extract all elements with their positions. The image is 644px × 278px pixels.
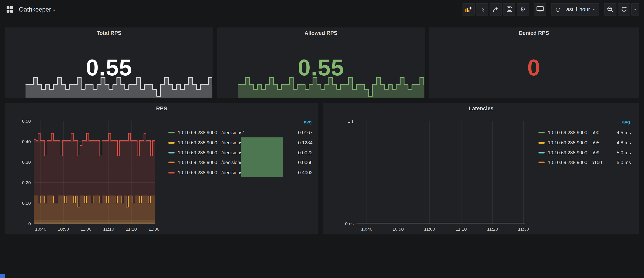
series-avg-value: 4.5 ms — [602, 130, 631, 135]
series-color-swatch[interactable] — [538, 152, 545, 153]
add-panel-icon — [465, 6, 472, 12]
dashboard-title-dropdown[interactable]: Oathkeeper ▾ — [19, 6, 55, 13]
panel-rps: RPS 0.500.400.300.200.10010:4010:5011:00… — [4, 103, 319, 235]
series-color-swatch[interactable] — [168, 172, 175, 173]
series-color-swatch[interactable] — [168, 152, 175, 153]
panel-title[interactable]: Total RPS — [5, 27, 213, 37]
refresh-interval-dropdown[interactable]: ▾ — [631, 3, 639, 15]
panel-allowed-rps: Allowed RPS 0.55 — [217, 27, 425, 98]
series-color-swatch[interactable] — [538, 132, 545, 133]
latencies-chart: 1 s0 ns10:4010:5011:0011:1011:2011:30 — [326, 118, 532, 231]
series-color-swatch[interactable] — [168, 162, 175, 163]
panel-tools-group: ☆ ⚙ — [462, 3, 529, 15]
x-tick-label: 11:10 — [456, 227, 467, 231]
y-tick-label: 0.20 — [22, 180, 31, 185]
star-dashboard-button[interactable]: ☆ — [476, 3, 488, 15]
refresh-icon — [621, 6, 627, 12]
panel-latencies: Latencies 1 s0 ns10:4010:5011:0011:1011:… — [323, 103, 640, 235]
series-label: 10.10.69.238:9000 - p100 — [548, 160, 602, 165]
x-tick-label: 10:40 — [361, 227, 372, 231]
save-dashboard-button[interactable] — [503, 3, 516, 15]
panel-title[interactable]: Denied RPS — [429, 27, 639, 37]
x-tick-label: 10:50 — [58, 227, 69, 231]
legend-item[interactable]: 10.10.69.238:9000 - /decisions/0.0066 — [168, 158, 313, 168]
panel-title[interactable]: Allowed RPS — [217, 27, 425, 37]
grafana-dashboard: Oathkeeper ▾ ☆ — [0, 0, 644, 278]
panel-total-rps: Total RPS 0.55 — [4, 27, 214, 98]
series-avg-value: 0.0066 — [284, 160, 312, 165]
navbar-right: ☆ ⚙ — [458, 3, 639, 15]
star-icon: ☆ — [480, 6, 485, 12]
latencies-plot-svg: 1 s0 ns10:4010:5011:0011:1011:2011:30 — [326, 118, 532, 231]
cycle-view-icon — [536, 6, 544, 12]
settings-gear-icon: ⚙ — [520, 6, 526, 12]
legend-item[interactable]: 10.10.69.238:9000 - p954.8 ms — [538, 138, 631, 148]
y-tick-label: 0.40 — [22, 139, 31, 144]
add-panel-button[interactable] — [462, 3, 475, 15]
dashboard-title: Oathkeeper — [19, 6, 51, 13]
series-avg-value: 5.0 ms — [602, 160, 631, 165]
denied-rps-value: 0 — [429, 56, 639, 79]
zoom-refresh-group: ▾ — [604, 3, 639, 15]
x-tick-label: 10:40 — [35, 227, 46, 231]
y-tick-label: 0 ns — [345, 221, 354, 226]
total-rps-value: 0.55 — [5, 56, 213, 79]
sidebar-peek[interactable] — [0, 274, 6, 278]
y-tick-label: 0.30 — [22, 160, 31, 165]
x-tick-label: 11:00 — [424, 227, 435, 231]
legend-item[interactable]: 10.10.69.238:9000 - /decisions/0.0167 — [168, 128, 313, 138]
panel-title[interactable]: RPS — [5, 103, 318, 113]
legend-item[interactable]: 10.10.69.238:9000 - /decisions/0.4002 — [168, 168, 313, 178]
x-tick-label: 11:30 — [148, 227, 160, 231]
series-avg-value: 4.8 ms — [602, 140, 631, 145]
dashboard-settings-button[interactable]: ⚙ — [517, 3, 529, 15]
series-avg-value: 5.0 ms — [602, 150, 631, 155]
apps-grid-icon — [6, 6, 13, 12]
x-tick-label: 11:10 — [103, 227, 114, 231]
refresh-dashboard-button[interactable] — [618, 3, 630, 15]
legend-item[interactable]: 10.10.69.238:9000 - /decisions/0.1284 — [168, 138, 313, 148]
caret-down-icon: ▾ — [634, 7, 636, 11]
series-label: 10.10.69.238:9000 - p99 — [548, 150, 602, 155]
y-tick-label: 1 s — [348, 118, 354, 124]
time-picker-group: ◷ Last 1 hour ▾ — [551, 3, 599, 15]
x-tick-label: 11:00 — [80, 227, 92, 231]
series-color-swatch[interactable] — [168, 142, 175, 143]
series-avg-value: 0.0022 — [284, 150, 312, 155]
legend-highlight-box — [241, 137, 283, 177]
zoom-out-icon — [607, 6, 614, 12]
series-fill — [34, 133, 155, 224]
legend-avg-header: avg — [168, 119, 313, 127]
x-tick-label: 11:20 — [126, 227, 137, 231]
share-icon — [492, 6, 499, 12]
cycle-view-mode-button[interactable] — [534, 3, 546, 15]
legend-item[interactable]: 10.10.69.238:9000 - /decisions/0.0022 — [168, 148, 313, 158]
time-range-label: Last 1 hour — [563, 6, 590, 12]
series-label: 10.10.69.238:9000 - p95 — [548, 140, 602, 145]
caret-down-icon: ▾ — [593, 7, 594, 11]
save-icon — [506, 6, 512, 12]
series-avg-value: 0.4002 — [284, 170, 312, 175]
time-range-picker[interactable]: ◷ Last 1 hour ▾ — [551, 3, 599, 15]
latencies-legend: avg10.10.69.238:9000 - p904.5 ms10.10.69… — [538, 119, 631, 168]
zoom-out-time-button[interactable] — [604, 3, 616, 15]
panel-title[interactable]: Latencies — [323, 103, 639, 113]
x-tick-label: 11:30 — [518, 227, 529, 231]
allowed-rps-value: 0.55 — [217, 56, 425, 79]
series-color-swatch[interactable] — [168, 132, 175, 133]
caret-down-icon: ▾ — [53, 8, 55, 12]
series-color-swatch[interactable] — [538, 142, 545, 143]
legend-item[interactable]: 10.10.69.238:9000 - p1005.0 ms — [538, 158, 631, 168]
legend-item[interactable]: 10.10.69.238:9000 - p904.5 ms — [538, 128, 631, 138]
series-color-swatch[interactable] — [538, 162, 545, 163]
view-mode-group — [534, 3, 546, 15]
x-tick-label: 11:20 — [487, 227, 498, 231]
share-dashboard-button[interactable] — [490, 3, 502, 15]
y-tick-label: 0.50 — [22, 118, 31, 124]
legend-item[interactable]: 10.10.69.238:9000 - p995.0 ms — [538, 148, 631, 158]
y-tick-label: 0 — [28, 221, 31, 226]
apps-menu-button[interactable] — [5, 4, 15, 14]
rps-chart: 0.500.400.300.200.10010:4010:5011:0011:1… — [8, 118, 164, 231]
navbar: Oathkeeper ▾ ☆ — [0, 0, 644, 18]
clock-icon: ◷ — [556, 6, 560, 12]
